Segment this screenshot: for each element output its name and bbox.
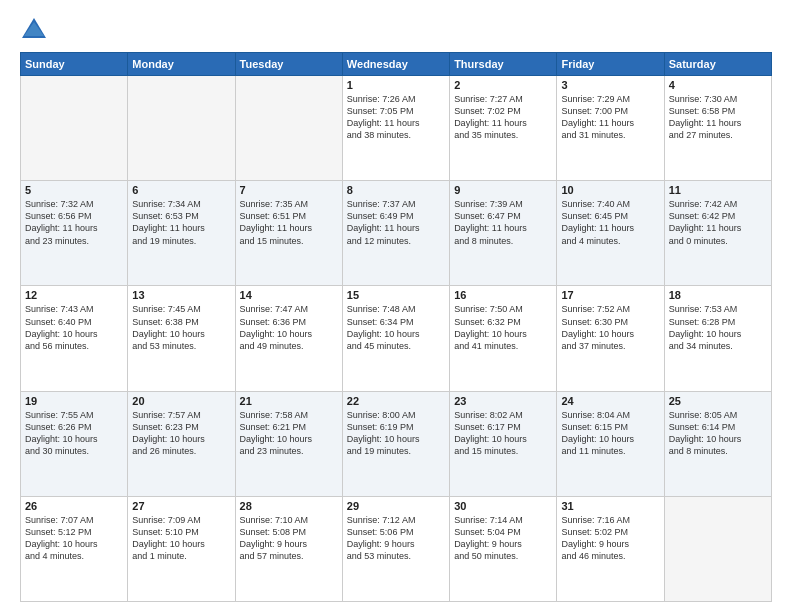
cell-info: Sunrise: 7:09 AM Sunset: 5:10 PM Dayligh… — [132, 514, 230, 563]
day-number: 26 — [25, 500, 123, 512]
calendar-cell — [664, 496, 771, 601]
day-number: 2 — [454, 79, 552, 91]
cell-info: Sunrise: 7:58 AM Sunset: 6:21 PM Dayligh… — [240, 409, 338, 458]
calendar-cell — [235, 76, 342, 181]
calendar-cell: 11Sunrise: 7:42 AM Sunset: 6:42 PM Dayli… — [664, 181, 771, 286]
cell-info: Sunrise: 7:50 AM Sunset: 6:32 PM Dayligh… — [454, 303, 552, 352]
col-header-tuesday: Tuesday — [235, 53, 342, 76]
calendar-cell — [128, 76, 235, 181]
header — [20, 16, 772, 44]
cell-info: Sunrise: 8:02 AM Sunset: 6:17 PM Dayligh… — [454, 409, 552, 458]
day-number: 25 — [669, 395, 767, 407]
calendar-cell: 2Sunrise: 7:27 AM Sunset: 7:02 PM Daylig… — [450, 76, 557, 181]
calendar-cell: 30Sunrise: 7:14 AM Sunset: 5:04 PM Dayli… — [450, 496, 557, 601]
calendar-cell: 19Sunrise: 7:55 AM Sunset: 6:26 PM Dayli… — [21, 391, 128, 496]
cell-info: Sunrise: 7:32 AM Sunset: 6:56 PM Dayligh… — [25, 198, 123, 247]
calendar-cell: 3Sunrise: 7:29 AM Sunset: 7:00 PM Daylig… — [557, 76, 664, 181]
calendar-cell: 23Sunrise: 8:02 AM Sunset: 6:17 PM Dayli… — [450, 391, 557, 496]
day-number: 31 — [561, 500, 659, 512]
calendar-cell: 16Sunrise: 7:50 AM Sunset: 6:32 PM Dayli… — [450, 286, 557, 391]
day-number: 8 — [347, 184, 445, 196]
calendar-cell: 22Sunrise: 8:00 AM Sunset: 6:19 PM Dayli… — [342, 391, 449, 496]
day-number: 24 — [561, 395, 659, 407]
calendar-cell: 12Sunrise: 7:43 AM Sunset: 6:40 PM Dayli… — [21, 286, 128, 391]
day-number: 3 — [561, 79, 659, 91]
cell-info: Sunrise: 8:04 AM Sunset: 6:15 PM Dayligh… — [561, 409, 659, 458]
calendar-table: SundayMondayTuesdayWednesdayThursdayFrid… — [20, 52, 772, 602]
day-number: 15 — [347, 289, 445, 301]
cell-info: Sunrise: 7:48 AM Sunset: 6:34 PM Dayligh… — [347, 303, 445, 352]
day-number: 28 — [240, 500, 338, 512]
day-number: 29 — [347, 500, 445, 512]
cell-info: Sunrise: 7:35 AM Sunset: 6:51 PM Dayligh… — [240, 198, 338, 247]
cell-info: Sunrise: 8:05 AM Sunset: 6:14 PM Dayligh… — [669, 409, 767, 458]
logo — [20, 16, 52, 44]
cell-info: Sunrise: 7:07 AM Sunset: 5:12 PM Dayligh… — [25, 514, 123, 563]
col-header-wednesday: Wednesday — [342, 53, 449, 76]
cell-info: Sunrise: 7:42 AM Sunset: 6:42 PM Dayligh… — [669, 198, 767, 247]
calendar-cell: 26Sunrise: 7:07 AM Sunset: 5:12 PM Dayli… — [21, 496, 128, 601]
cell-info: Sunrise: 8:00 AM Sunset: 6:19 PM Dayligh… — [347, 409, 445, 458]
cell-info: Sunrise: 7:45 AM Sunset: 6:38 PM Dayligh… — [132, 303, 230, 352]
cell-info: Sunrise: 7:27 AM Sunset: 7:02 PM Dayligh… — [454, 93, 552, 142]
calendar-cell: 21Sunrise: 7:58 AM Sunset: 6:21 PM Dayli… — [235, 391, 342, 496]
week-row-4: 19Sunrise: 7:55 AM Sunset: 6:26 PM Dayli… — [21, 391, 772, 496]
calendar-cell: 7Sunrise: 7:35 AM Sunset: 6:51 PM Daylig… — [235, 181, 342, 286]
cell-info: Sunrise: 7:47 AM Sunset: 6:36 PM Dayligh… — [240, 303, 338, 352]
day-number: 19 — [25, 395, 123, 407]
cell-info: Sunrise: 7:37 AM Sunset: 6:49 PM Dayligh… — [347, 198, 445, 247]
day-number: 14 — [240, 289, 338, 301]
day-number: 6 — [132, 184, 230, 196]
day-number: 12 — [25, 289, 123, 301]
day-number: 1 — [347, 79, 445, 91]
day-number: 30 — [454, 500, 552, 512]
calendar-cell: 5Sunrise: 7:32 AM Sunset: 6:56 PM Daylig… — [21, 181, 128, 286]
calendar-cell: 29Sunrise: 7:12 AM Sunset: 5:06 PM Dayli… — [342, 496, 449, 601]
day-number: 22 — [347, 395, 445, 407]
page: SundayMondayTuesdayWednesdayThursdayFrid… — [0, 0, 792, 612]
week-row-3: 12Sunrise: 7:43 AM Sunset: 6:40 PM Dayli… — [21, 286, 772, 391]
cell-info: Sunrise: 7:52 AM Sunset: 6:30 PM Dayligh… — [561, 303, 659, 352]
calendar-cell: 27Sunrise: 7:09 AM Sunset: 5:10 PM Dayli… — [128, 496, 235, 601]
logo-icon — [20, 16, 48, 44]
week-row-1: 1Sunrise: 7:26 AM Sunset: 7:05 PM Daylig… — [21, 76, 772, 181]
day-number: 23 — [454, 395, 552, 407]
cell-info: Sunrise: 7:43 AM Sunset: 6:40 PM Dayligh… — [25, 303, 123, 352]
col-header-friday: Friday — [557, 53, 664, 76]
calendar-cell — [21, 76, 128, 181]
cell-info: Sunrise: 7:40 AM Sunset: 6:45 PM Dayligh… — [561, 198, 659, 247]
header-row: SundayMondayTuesdayWednesdayThursdayFrid… — [21, 53, 772, 76]
calendar-cell: 9Sunrise: 7:39 AM Sunset: 6:47 PM Daylig… — [450, 181, 557, 286]
calendar-cell: 31Sunrise: 7:16 AM Sunset: 5:02 PM Dayli… — [557, 496, 664, 601]
cell-info: Sunrise: 7:55 AM Sunset: 6:26 PM Dayligh… — [25, 409, 123, 458]
cell-info: Sunrise: 7:10 AM Sunset: 5:08 PM Dayligh… — [240, 514, 338, 563]
week-row-5: 26Sunrise: 7:07 AM Sunset: 5:12 PM Dayli… — [21, 496, 772, 601]
calendar-cell: 25Sunrise: 8:05 AM Sunset: 6:14 PM Dayli… — [664, 391, 771, 496]
cell-info: Sunrise: 7:30 AM Sunset: 6:58 PM Dayligh… — [669, 93, 767, 142]
calendar-cell: 28Sunrise: 7:10 AM Sunset: 5:08 PM Dayli… — [235, 496, 342, 601]
day-number: 16 — [454, 289, 552, 301]
calendar-cell: 10Sunrise: 7:40 AM Sunset: 6:45 PM Dayli… — [557, 181, 664, 286]
cell-info: Sunrise: 7:34 AM Sunset: 6:53 PM Dayligh… — [132, 198, 230, 247]
day-number: 21 — [240, 395, 338, 407]
calendar-cell: 20Sunrise: 7:57 AM Sunset: 6:23 PM Dayli… — [128, 391, 235, 496]
cell-info: Sunrise: 7:53 AM Sunset: 6:28 PM Dayligh… — [669, 303, 767, 352]
cell-info: Sunrise: 7:26 AM Sunset: 7:05 PM Dayligh… — [347, 93, 445, 142]
day-number: 27 — [132, 500, 230, 512]
day-number: 10 — [561, 184, 659, 196]
col-header-thursday: Thursday — [450, 53, 557, 76]
cell-info: Sunrise: 7:39 AM Sunset: 6:47 PM Dayligh… — [454, 198, 552, 247]
week-row-2: 5Sunrise: 7:32 AM Sunset: 6:56 PM Daylig… — [21, 181, 772, 286]
calendar-cell: 8Sunrise: 7:37 AM Sunset: 6:49 PM Daylig… — [342, 181, 449, 286]
day-number: 4 — [669, 79, 767, 91]
cell-info: Sunrise: 7:16 AM Sunset: 5:02 PM Dayligh… — [561, 514, 659, 563]
day-number: 11 — [669, 184, 767, 196]
calendar-cell: 24Sunrise: 8:04 AM Sunset: 6:15 PM Dayli… — [557, 391, 664, 496]
cell-info: Sunrise: 7:14 AM Sunset: 5:04 PM Dayligh… — [454, 514, 552, 563]
calendar-cell: 15Sunrise: 7:48 AM Sunset: 6:34 PM Dayli… — [342, 286, 449, 391]
day-number: 7 — [240, 184, 338, 196]
calendar-cell: 17Sunrise: 7:52 AM Sunset: 6:30 PM Dayli… — [557, 286, 664, 391]
day-number: 13 — [132, 289, 230, 301]
col-header-sunday: Sunday — [21, 53, 128, 76]
calendar-cell: 18Sunrise: 7:53 AM Sunset: 6:28 PM Dayli… — [664, 286, 771, 391]
